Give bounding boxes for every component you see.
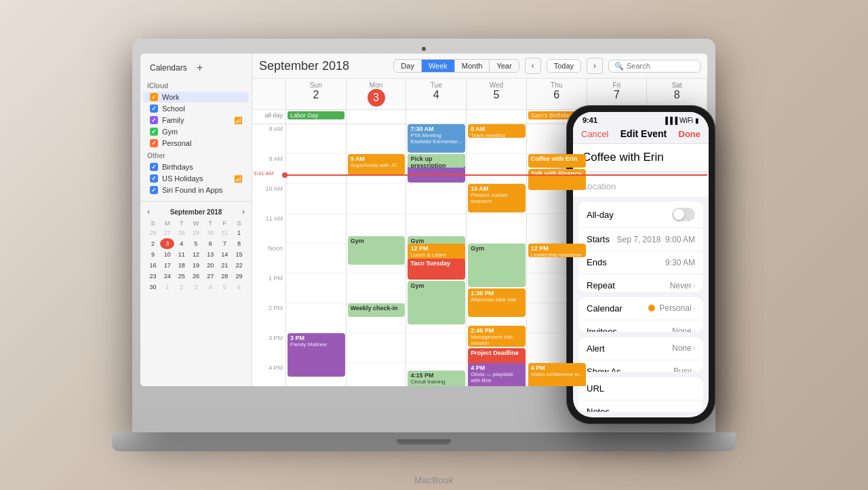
calendar-event[interactable]: 3 PMFamily Matinee [288,333,345,377]
calendar-event[interactable]: Gym [468,244,526,287]
calendar-item-gym[interactable]: Gym [143,126,249,137]
form-row-url[interactable]: URL [578,377,703,400]
mini-cal-day[interactable]: 5 [189,238,203,249]
mini-cal-day[interactable]: 6 [232,282,246,293]
mini-cal-day[interactable]: 27 [203,271,218,282]
form-row-repeat[interactable]: Repeat Never › [578,274,703,292]
mini-cal-day[interactable]: 15 [232,249,246,260]
time-cell-0-9[interactable] [286,154,347,184]
mini-cal-day[interactable]: 13 [203,249,218,260]
mini-cal-day[interactable]: 14 [218,249,232,260]
calendar-item-work[interactable]: Work [143,92,249,102]
form-row-show-as[interactable]: Show As Busy › [578,360,703,372]
mini-cal-day[interactable]: 25 [174,271,189,282]
mini-cal-day[interactable]: 3 [189,282,203,293]
view-year-button[interactable]: Year [490,60,518,72]
day-header-wed[interactable]: Wed 5 [467,79,527,109]
time-cell-0-12[interactable] [286,244,347,274]
mini-cal-day[interactable]: 24 [160,271,174,282]
mini-cal-day[interactable]: 2 [174,282,189,293]
view-month-button[interactable]: Month [455,60,490,72]
calendar-event[interactable]: Pick up prescription [408,154,465,168]
time-cell-1-10[interactable] [347,184,407,214]
mini-cal-day[interactable]: 26 [146,227,160,238]
mini-cal-day[interactable]: 31 [218,227,232,238]
calendar-event[interactable]: 4 PMVideo conference w... [528,363,586,386]
iphone-done-button[interactable]: Done [679,129,701,139]
calendar-item-birthdays[interactable]: Birthdays [143,162,249,172]
mini-cal-day[interactable]: 28 [218,271,232,282]
mini-cal-day[interactable]: 5 [218,282,232,293]
calendar-event[interactable]: 8 AMTeam meeting [468,124,526,138]
time-cell-2-10[interactable] [406,184,467,214]
mini-cal-day[interactable]: 30 [146,282,160,293]
prev-week-button[interactable]: ‹ [525,58,541,74]
mini-cal-day[interactable]: 20 [203,260,218,271]
allday-toggle[interactable] [672,208,695,221]
mini-cal-day[interactable]: 17 [160,260,174,271]
calendar-event[interactable]: 7:30 AMPTA MeetingEastside Elementar... [408,124,465,153]
mini-cal-day[interactable]: 23 [146,271,160,282]
iphone-cancel-button[interactable]: Cancel [581,129,608,139]
us-holidays-checkbox[interactable] [150,174,158,183]
calendar-event[interactable]: 10 AMPresent market research [468,184,526,212]
search-input[interactable] [627,62,694,70]
mini-cal-day[interactable]: 26 [189,271,203,282]
iphone-event-name[interactable]: Coffee with Erin [573,144,709,172]
form-row-notes[interactable]: Notes [578,400,703,412]
calendar-item-us-holidays[interactable]: US Holidays 📶 [143,173,249,184]
calendar-event[interactable]: 1:30 PMAfternoon bike ride [468,288,526,317]
time-cell-0-13[interactable] [286,274,347,303]
mini-cal-day[interactable]: 22 [232,260,246,271]
time-cell-1-15[interactable] [347,333,407,363]
time-cell-1-8[interactable] [347,124,407,154]
mini-cal-day[interactable]: 27 [160,227,174,238]
calendar-event[interactable]: Gym [408,281,465,324]
calendar-event[interactable]: 2:45 PMManagement info session [468,326,526,347]
time-cell-3-11[interactable] [467,214,527,244]
mini-cal-day[interactable]: 16 [146,260,160,271]
day-header-mon[interactable]: Mon 3 [347,79,407,109]
mini-cal-day[interactable]: 1 [160,282,174,293]
mini-cal-day[interactable]: 30 [203,227,218,238]
view-week-button[interactable]: Week [422,60,455,72]
form-row-calendar[interactable]: Calendar Personal › [578,297,703,320]
day-header-thu[interactable]: Thu 6 [527,79,587,109]
birthdays-checkbox[interactable] [150,163,158,171]
time-cell-0-14[interactable] [286,303,347,333]
calendar-event[interactable]: 4 PMOlivia — playdate with Brie [468,363,526,386]
family-checkbox[interactable] [150,116,158,124]
calendar-event[interactable]: Gym [348,236,406,265]
calendar-item-family[interactable]: Family 📶 [143,115,249,126]
labor-day-event[interactable]: Labor Day [288,111,344,119]
mini-cal-day[interactable]: 9 [146,249,160,260]
search-box[interactable]: 🔍 [608,60,701,73]
personal-checkbox[interactable] [150,139,158,147]
calendar-event[interactable]: Taco Tuesday [408,259,465,280]
mini-cal-day[interactable]: 2 [146,238,160,249]
form-row-alert[interactable]: Alert None › [578,337,703,360]
calendars-button[interactable]: Calendars [146,62,191,74]
mini-cal-day[interactable]: 4 [203,282,218,293]
iphone-location-field[interactable]: Location [573,176,709,197]
mini-cal-day[interactable]: 18 [174,260,189,271]
calendar-item-siri[interactable]: Siri Found in Apps [143,185,249,195]
mini-cal-day[interactable]: 6 [203,238,218,249]
work-checkbox[interactable] [150,93,158,101]
mini-cal-prev[interactable]: ‹ [146,207,151,216]
form-row-allday[interactable]: All-day [578,202,703,228]
time-cell-3-9[interactable] [467,154,527,184]
view-day-button[interactable]: Day [394,60,422,72]
add-calendar-button[interactable]: + [194,62,206,74]
form-row-invitees[interactable]: Invitees None › [578,320,703,332]
calendar-event[interactable]: Weekly check-in [348,303,406,317]
siri-checkbox[interactable] [150,186,158,194]
time-cell-1-16[interactable] [347,363,407,386]
mini-cal-day[interactable]: 21 [218,260,232,271]
mini-cal-day[interactable]: 3 [160,238,174,249]
mini-cal-day[interactable]: 8 [232,238,246,249]
calendar-event[interactable]: Talk with Finance [528,169,586,190]
calendar-event[interactable]: Coffee with Erin [528,154,586,168]
next-week-button[interactable]: › [587,58,603,74]
time-cell-2-15[interactable] [406,333,467,363]
